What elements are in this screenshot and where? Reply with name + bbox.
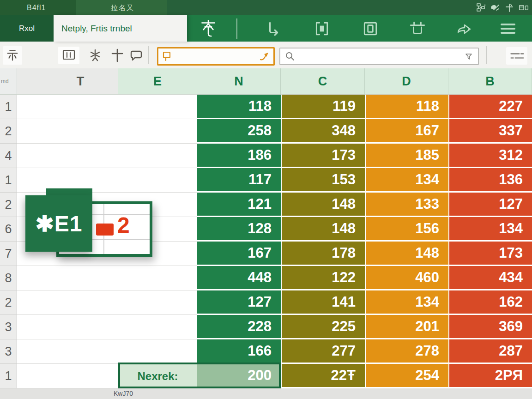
grid-cell[interactable] xyxy=(118,168,197,193)
grid-cell[interactable]: 118 xyxy=(197,95,281,119)
grid-cell[interactable] xyxy=(118,119,197,144)
row-header[interactable]: 3 xyxy=(0,315,17,339)
grid-cell[interactable]: 22Ŧ xyxy=(281,364,365,388)
row-header[interactable]: 1 xyxy=(0,364,17,388)
grid-cell[interactable]: 156 xyxy=(365,217,448,242)
grid-cell[interactable]: 201 xyxy=(365,315,448,339)
glyph-search-icon[interactable] xyxy=(199,19,218,38)
grid-cell[interactable]: 2PЯ xyxy=(448,364,532,388)
grid-cell[interactable]: 167 xyxy=(365,119,448,144)
grid-cell[interactable] xyxy=(118,144,197,168)
grid-cell[interactable]: 287 xyxy=(448,339,532,364)
grid-cell[interactable]: 136 xyxy=(448,168,532,193)
grid-cell[interactable]: 448 xyxy=(197,266,281,290)
corner-arrow-icon[interactable] xyxy=(265,20,282,37)
row-header[interactable]: 7 xyxy=(0,242,17,266)
grid-cell[interactable]: 127 xyxy=(448,193,532,217)
grid-cell[interactable]: 141 xyxy=(281,290,365,315)
column-header-T[interactable]: T xyxy=(17,68,118,95)
app-name-block[interactable]: Rxol xyxy=(0,15,54,42)
column-header-N[interactable]: N xyxy=(197,68,281,95)
grid-cell[interactable]: 254 xyxy=(365,364,448,388)
grid-cell[interactable]: 128 xyxy=(197,217,281,242)
grid-cell[interactable]: 148 xyxy=(281,193,365,217)
grid-cell[interactable] xyxy=(17,315,118,339)
plus-icon[interactable] xyxy=(109,47,126,64)
grid-cell[interactable]: 227 xyxy=(448,95,532,119)
row-header[interactable]: 1 xyxy=(0,168,17,193)
strike-box-icon[interactable] xyxy=(409,20,426,37)
grid-cell[interactable]: 121 xyxy=(197,193,281,217)
active-sheet-tab[interactable]: Netply, Frtis trnbel xyxy=(54,15,187,42)
grid-cell[interactable]: 173 xyxy=(281,144,365,168)
grid-cell[interactable]: 166 xyxy=(197,339,281,364)
grid-cell[interactable]: 337 xyxy=(448,119,532,144)
grid-cell[interactable] xyxy=(118,315,197,339)
pin-plus-icon[interactable] xyxy=(504,3,514,13)
grid-cell[interactable]: 200 xyxy=(197,364,281,388)
grid-cell[interactable]: 134 xyxy=(365,168,448,193)
menu-icon[interactable] xyxy=(500,20,516,37)
filter-icon[interactable] xyxy=(464,52,473,61)
grid-cell[interactable]: 119 xyxy=(281,95,365,119)
grid-cell[interactable]: 277 xyxy=(281,339,365,364)
grid-cell[interactable] xyxy=(118,95,197,119)
box-filled-icon[interactable] xyxy=(314,20,330,37)
grid-cell[interactable] xyxy=(17,339,118,364)
draw-icon[interactable] xyxy=(490,3,500,13)
grid-cell[interactable]: 225 xyxy=(281,315,365,339)
row-header[interactable]: 6 xyxy=(0,217,17,242)
stand-icon[interactable] xyxy=(3,46,22,65)
grid-cell[interactable] xyxy=(118,266,197,290)
grid-cell[interactable]: 117 xyxy=(197,168,281,193)
grid-cell[interactable]: 122 xyxy=(281,266,365,290)
comment-columns-icon[interactable] xyxy=(58,47,79,64)
grid-cell[interactable]: 178 xyxy=(281,242,365,266)
grid-cell[interactable]: 185 xyxy=(365,144,448,168)
grid-cell[interactable]: 134 xyxy=(448,217,532,242)
grid-cell[interactable]: Nexrek: xyxy=(118,364,197,388)
star-icon[interactable] xyxy=(87,47,103,64)
grid-cell[interactable] xyxy=(17,119,118,144)
grid-cell[interactable] xyxy=(118,339,197,364)
sort-lines-icon[interactable] xyxy=(506,47,527,65)
grid-cell[interactable]: 148 xyxy=(365,242,448,266)
grid-cell[interactable]: 312 xyxy=(448,144,532,168)
row-header[interactable]: 4 xyxy=(0,144,17,168)
grid-cell[interactable]: 228 xyxy=(197,315,281,339)
grid-cell[interactable] xyxy=(17,144,118,168)
grid-cell[interactable]: 173 xyxy=(448,242,532,266)
search-box[interactable] xyxy=(279,48,479,65)
grid-cell[interactable]: 133 xyxy=(365,193,448,217)
column-header-C[interactable]: C xyxy=(281,68,365,95)
grid-cell[interactable]: 278 xyxy=(365,339,448,364)
grid-cell[interactable]: 460 xyxy=(365,266,448,290)
column-header-E[interactable]: E xyxy=(118,68,197,95)
row-header[interactable]: 3 xyxy=(0,339,17,364)
row-header[interactable]: 8 xyxy=(0,266,17,290)
redo-arrow-icon[interactable] xyxy=(456,20,473,37)
grid-cell[interactable] xyxy=(17,95,118,119)
box-outline-icon[interactable] xyxy=(362,20,379,37)
column-header-B[interactable]: B xyxy=(448,68,532,95)
grid-cell[interactable]: 369 xyxy=(448,315,532,339)
select-all-corner[interactable]: md xyxy=(0,68,17,95)
grid-cell[interactable] xyxy=(17,290,118,315)
grid-cell[interactable]: 434 xyxy=(448,266,532,290)
grid-cell[interactable]: 162 xyxy=(448,290,532,315)
grid-cell[interactable]: 148 xyxy=(281,217,365,242)
grid-cell[interactable]: 186 xyxy=(197,144,281,168)
grid-cell[interactable]: 134 xyxy=(365,290,448,315)
row-header[interactable]: 2 xyxy=(0,290,17,315)
formula-badge[interactable]: ✱E1 xyxy=(25,195,92,252)
grid-cell[interactable]: 348 xyxy=(281,119,365,144)
grid-cell[interactable] xyxy=(17,266,118,290)
grid-cell[interactable]: 118 xyxy=(365,95,448,119)
search-input[interactable] xyxy=(295,50,464,63)
grid-cell[interactable]: 153 xyxy=(281,168,365,193)
grid-cell[interactable]: 167 xyxy=(197,242,281,266)
grid-cell[interactable] xyxy=(118,290,197,315)
reference-input[interactable] xyxy=(157,47,275,66)
row-header[interactable]: 2 xyxy=(0,119,17,144)
speech-icon[interactable] xyxy=(128,48,144,63)
